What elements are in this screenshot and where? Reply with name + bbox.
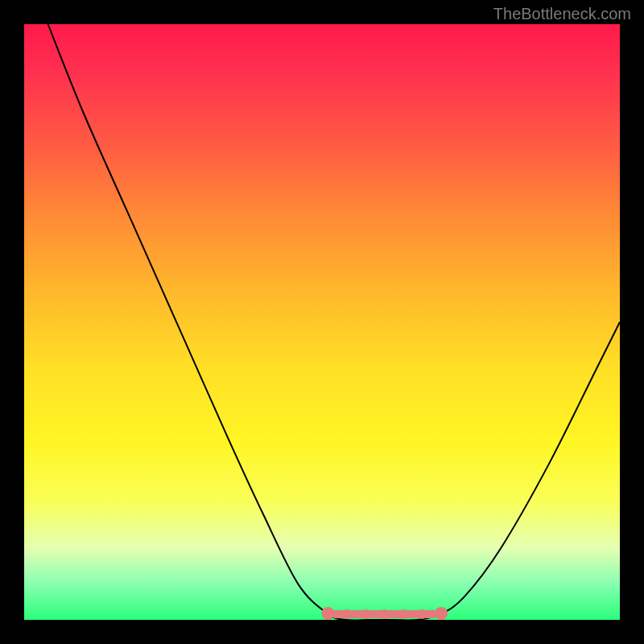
optimal-band-dot [380,609,390,619]
optimal-band-dot [342,609,352,619]
optimal-band-dot [398,609,408,619]
plot-area [24,24,620,620]
watermark-text: TheBottleneck.com [493,5,631,23]
optimal-band-dot [361,609,370,619]
optimal-band-dot [418,609,427,619]
curve-layer [24,24,620,620]
bottleneck-curve-line [48,24,620,620]
optimal-band-markers [321,607,448,620]
chart-container: TheBottleneck.com [0,0,644,644]
